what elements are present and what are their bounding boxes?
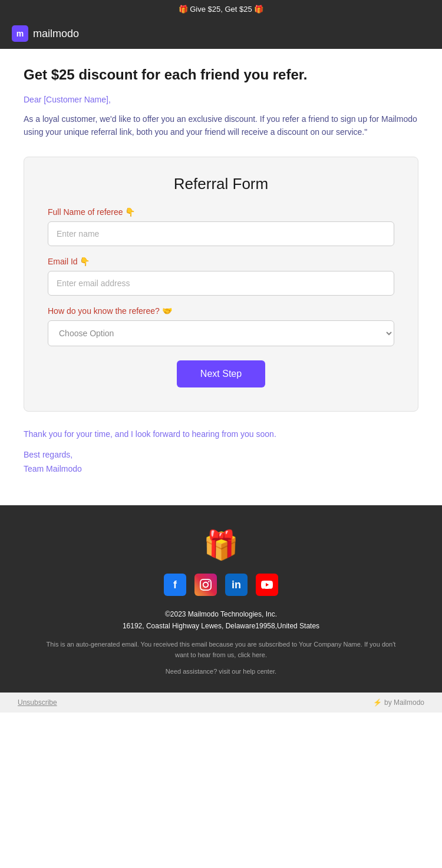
referral-form-card: Referral Form Full Name of referee 👇 Ema… [24, 157, 418, 412]
instagram-icon[interactable] [194, 574, 217, 596]
main-content: Get $25 discount for each friend you ref… [0, 49, 442, 505]
full-name-group: Full Name of referee 👇 [48, 207, 394, 246]
logo-container: m mailmodo [12, 25, 79, 42]
top-banner: 🎁 Give $25, Get $25 🎁 [0, 0, 442, 18]
relation-select[interactable]: Choose Option Friend Family Colleague Ot… [48, 320, 394, 346]
email-input[interactable] [48, 271, 394, 296]
social-icons: f in [12, 574, 430, 596]
regards-line1: Best regards, [24, 448, 418, 462]
email-group: Email Id 👇 [48, 257, 394, 296]
facebook-icon[interactable]: f [164, 574, 186, 596]
body-text: As a loyal customer, we'd like to offer … [24, 112, 418, 139]
unsubscribe-link[interactable]: Unsubscribe [18, 698, 57, 707]
logo-icon: m [12, 25, 28, 42]
header: m mailmodo [0, 18, 442, 49]
full-name-input[interactable] [48, 221, 394, 246]
gift-icon: 🎁 [12, 529, 430, 562]
dark-footer: 🎁 f in ©2023 Mailmodo Technologies, Inc.… [0, 505, 442, 692]
regards-line2: Team Mailmodo [24, 462, 418, 476]
powered-by-text: by Mailmodo [384, 698, 424, 707]
page-title: Get $25 discount for each friend you ref… [24, 67, 418, 83]
footer-company: ©2023 Mailmodo Technologies, Inc. [12, 610, 430, 618]
footer-help: Need assistance? visit our help center. [12, 668, 430, 675]
youtube-icon[interactable] [256, 574, 278, 596]
greeting-text: Dear [Customer Name], [24, 95, 418, 104]
linkedin-icon[interactable]: in [225, 574, 248, 596]
footer-disclaimer: This is an auto-generated email. You rec… [44, 640, 398, 660]
logo-text: mailmodo [33, 28, 79, 40]
next-step-button[interactable]: Next Step [177, 360, 265, 387]
form-title: Referral Form [48, 175, 394, 193]
footer-message: Thank you for your time, and I look forw… [24, 429, 418, 439]
relation-group: How do you know the referee? 🤝 Choose Op… [48, 306, 394, 346]
bottom-bar: Unsubscribe ⚡ by Mailmodo [0, 693, 442, 713]
full-name-label: Full Name of referee 👇 [48, 207, 394, 217]
banner-text: 🎁 Give $25, Get $25 🎁 [179, 5, 264, 14]
regards-block: Best regards, Team Mailmodo [24, 448, 418, 476]
footer-address: 16192, Coastal Highway Lewes, Delaware19… [12, 622, 430, 630]
zap-icon: ⚡ [373, 698, 382, 707]
email-label: Email Id 👇 [48, 257, 394, 266]
powered-by: ⚡ by Mailmodo [373, 698, 424, 707]
relation-label: How do you know the referee? 🤝 [48, 306, 394, 316]
